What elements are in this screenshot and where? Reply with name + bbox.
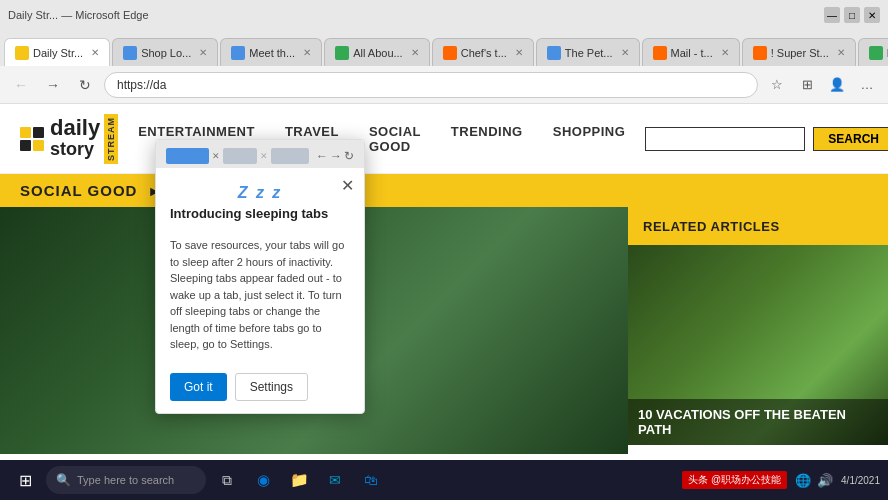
taskbar-pinned-icons: ⧉ ◉ 📁 ✉ 🛍 [210,463,388,497]
task-view-icon: ⧉ [222,472,232,489]
tab-label-4: All Abou... [353,47,403,59]
tab-pet[interactable]: The Pet... ✕ [536,38,640,66]
taskbar-search-icon: 🔍 [56,473,71,487]
tab-label-2: Shop Lo... [141,47,191,59]
favorites-icon[interactable]: ☆ [764,72,790,98]
got-it-button[interactable]: Got it [170,373,227,401]
profile-icon[interactable]: 👤 [824,72,850,98]
tab-bar: Daily Str... ✕ Shop Lo... ✕ Meet th... ✕… [0,30,888,66]
title-bar: Daily Str... — Microsoft Edge — □ ✕ [0,0,888,30]
minimize-button[interactable]: — [824,7,840,23]
tab-close-2[interactable]: ✕ [199,47,207,58]
refresh-button[interactable]: ↻ [72,72,98,98]
tab-meet[interactable]: Meet th... ✕ [220,38,322,66]
tab-close-3[interactable]: ✕ [303,47,311,58]
taskbar-edge-icon[interactable]: ◉ [246,463,280,497]
taskbar-multitask-icon[interactable]: ⧉ [210,463,244,497]
tab-allabout[interactable]: All Abou... ✕ [324,38,430,66]
start-button[interactable]: ⊞ [8,463,42,497]
browser-window: Daily Str... — Microsoft Edge — □ ✕ Dail… [0,0,888,454]
nav-icons-preview: ← → ↻ [316,149,354,163]
dialog-body: To save resources, your tabs will go to … [156,237,364,365]
taskbar-search-box[interactable]: 🔍 Type here to search [46,466,206,494]
tab-close-4[interactable]: ✕ [411,47,419,58]
volume-icon[interactable]: 🔊 [817,473,833,488]
preview-tab-sleeping-1 [223,148,257,164]
preview-tab-sleeping-2 [271,148,309,164]
tab-favicon-8 [753,46,767,60]
dialog-tabs-preview-bar: ✕ ✕ ← → ↻ [156,140,364,168]
mail-icon: ✉ [329,472,341,488]
tab-favicon-9 [869,46,883,60]
tab-favicon-5 [443,46,457,60]
dialog-header: Z z z Introducing sleeping tabs ✕ [156,168,364,237]
tab-label-8: ! Super St... [771,47,829,59]
taskbar-right: 头条 @职场办公技能 🌐 🔊 4/1/2021 [682,471,880,489]
tab-daily-story[interactable]: Daily Str... ✕ [4,38,110,66]
tab-favicon-6 [547,46,561,60]
tab-close-1[interactable]: ✕ [91,47,99,58]
taskbar: ⊞ 🔍 Type here to search ⧉ ◉ 📁 ✉ 🛍 头条 @职场… [0,460,888,500]
tab-super[interactable]: ! Super St... ✕ [742,38,856,66]
dialog-actions: Got it Settings [156,365,364,413]
forward-button[interactable]: → [40,72,66,98]
china-badge: 头条 @职场办公技能 [682,471,787,489]
tab-farm[interactable]: Farm to... ✕ [858,38,888,66]
tab-close-8[interactable]: ✕ [837,47,845,58]
window-title: Daily Str... — Microsoft Edge [8,9,149,21]
preview-tab-active [166,148,209,164]
tab-favicon-1 [15,46,29,60]
tab-label-5: Chef's t... [461,47,507,59]
dialog-close-button[interactable]: ✕ [341,176,354,195]
maximize-button[interactable]: □ [844,7,860,23]
website-content: daily story STREAM ENTERTAINMENT TRAVEL … [0,104,888,454]
tab-favicon-7 [653,46,667,60]
taskbar-search-placeholder: Type here to search [77,474,174,486]
tab-close-5[interactable]: ✕ [515,47,523,58]
dialog-overlay: ✕ ✕ ← → ↻ Z z z Introducing sleeping tab… [0,104,888,454]
network-icon[interactable]: 🌐 [795,473,811,488]
explorer-icon: 📁 [290,471,309,489]
settings-button[interactable]: Settings [235,373,308,401]
tab-label-3: Meet th... [249,47,295,59]
taskbar-system-tray: 🌐 🔊 [795,473,833,488]
tab-favicon-2 [123,46,137,60]
tab-label-1: Daily Str... [33,47,83,59]
taskbar-mail-icon[interactable]: ✉ [318,463,352,497]
tab-chef[interactable]: Chef's t... ✕ [432,38,534,66]
preview-tab-close-2: ✕ [260,151,268,161]
address-input[interactable] [104,72,758,98]
collections-icon[interactable]: ⊞ [794,72,820,98]
tab-shop[interactable]: Shop Lo... ✕ [112,38,218,66]
address-bar-row: ← → ↻ ☆ ⊞ 👤 … [0,66,888,104]
zzz-icon: Z z z [170,184,350,202]
tab-favicon-3 [231,46,245,60]
browser-toolbar-icons: ☆ ⊞ 👤 … [764,72,880,98]
tab-close-7[interactable]: ✕ [721,47,729,58]
tab-label-7: Mail - t... [671,47,713,59]
taskbar-date: 4/1/2021 [841,475,880,486]
edge-icon: ◉ [257,471,270,489]
tab-close-6[interactable]: ✕ [621,47,629,58]
preview-tab-close-1: ✕ [212,151,220,161]
dialog-title: Introducing sleeping tabs [170,206,350,221]
taskbar-explorer-icon[interactable]: 📁 [282,463,316,497]
tab-favicon-4 [335,46,349,60]
dialog-body-text: To save resources, your tabs will go to … [170,237,350,353]
taskbar-store-icon[interactable]: 🛍 [354,463,388,497]
sleeping-tabs-dialog: ✕ ✕ ← → ↻ Z z z Introducing sleeping tab… [155,139,365,414]
windows-icon: ⊞ [19,471,32,490]
back-button[interactable]: ← [8,72,34,98]
store-icon: 🛍 [364,472,378,488]
settings-icon[interactable]: … [854,72,880,98]
tab-label-6: The Pet... [565,47,613,59]
taskbar-clock[interactable]: 4/1/2021 [841,475,880,486]
tab-mail[interactable]: Mail - t... ✕ [642,38,740,66]
close-window-button[interactable]: ✕ [864,7,880,23]
window-controls: — □ ✕ [824,7,880,23]
